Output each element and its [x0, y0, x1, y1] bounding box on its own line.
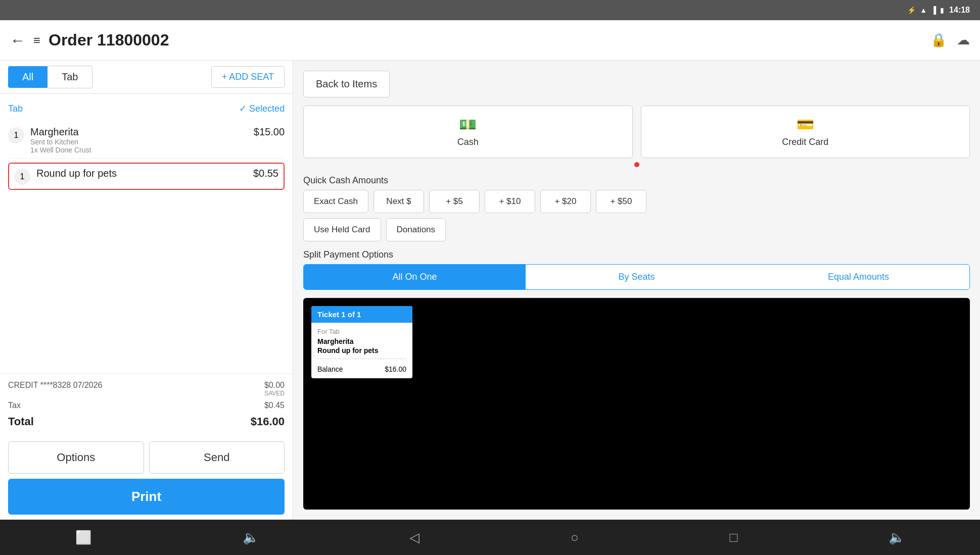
plus10-button[interactable]: + $10	[485, 190, 535, 213]
section-selected: ✓ Selected	[239, 103, 285, 114]
equal-amounts-tab[interactable]: Equal Amounts	[748, 265, 969, 289]
back-button[interactable]: ←	[10, 32, 25, 49]
item-price: $0.55	[253, 168, 278, 179]
donations-button[interactable]: Donations	[386, 218, 446, 241]
balance-label: Balance	[317, 365, 343, 373]
cloud-icon[interactable]: ☁	[957, 32, 970, 48]
quick-cash-row1: Exact Cash Next $ + $5 + $10 + $20 + $50	[303, 190, 970, 213]
print-button[interactable]: Print	[8, 479, 285, 515]
item-details: Margherita Sent to Kitchen 1x Well Done …	[30, 126, 254, 154]
top-bar-actions: 🔒 ☁	[930, 32, 970, 48]
credit-card-button[interactable]: 💳 Credit Card	[641, 106, 970, 158]
order-item[interactable]: 1 Margherita Sent to Kitchen 1x Well Don…	[8, 122, 285, 159]
quick-cash-title: Quick Cash Amounts	[303, 175, 970, 186]
item-sub2: 1x Well Done Crust	[30, 146, 254, 154]
right-panel: Back to Items 💵 Cash 💳 Credit Card Quick…	[293, 61, 980, 520]
use-held-card-button[interactable]: Use Held Card	[303, 218, 381, 241]
back-to-items-button[interactable]: Back to Items	[303, 71, 390, 97]
left-panel: All Tab + ADD SEAT Tab ✓ Selected 1 Marg…	[0, 61, 293, 520]
action-row: Options Send	[8, 441, 285, 474]
credit-card-icon: 💳	[797, 116, 814, 133]
cash-label: Cash	[457, 137, 479, 147]
ticket-balance-row: Balance $16.00	[317, 363, 406, 373]
top-bar: ← ≡ Order 11800002 🔒 ☁	[0, 20, 980, 61]
plus20-button[interactable]: + $20	[540, 190, 591, 213]
main-content: All Tab + ADD SEAT Tab ✓ Selected 1 Marg…	[0, 61, 980, 520]
cash-button[interactable]: 💵 Cash	[303, 106, 633, 158]
credit-label: CREDIT ****8328 07/2026	[8, 381, 103, 397]
total-label: Total	[8, 415, 34, 428]
ticket-for-label: For Tab	[317, 328, 406, 335]
indicator-dot	[634, 162, 639, 167]
tax-label: Tax	[8, 401, 21, 410]
add-seat-button[interactable]: + ADD SEAT	[211, 66, 285, 88]
tab-tab[interactable]: Tab	[48, 66, 92, 88]
ticket-header: Ticket 1 of 1	[311, 306, 412, 323]
home-nav-icon[interactable]: ○	[571, 530, 579, 545]
split-payment-tabs: All On One By Seats Equal Amounts	[303, 264, 970, 290]
credit-amount: $0.00	[264, 381, 285, 390]
section-label: Tab	[8, 104, 23, 114]
total-row: Total $16.00	[8, 412, 285, 431]
section-header: Tab ✓ Selected	[8, 99, 285, 118]
next-dollar-button[interactable]: Next $	[374, 190, 424, 213]
signal-icon: ▐	[931, 6, 936, 14]
balance-amount: $16.00	[385, 365, 406, 373]
ticket-divider	[317, 359, 406, 359]
payment-info: CREDIT ****8328 07/2026 $0.00 SAVED Tax …	[0, 373, 293, 436]
all-on-one-tab[interactable]: All On One	[304, 265, 526, 289]
status-bar: ⚡ ▲ ▐ ▮ 14:18	[0, 0, 980, 20]
ticket-item-1: Margherita	[317, 337, 406, 345]
volume-nav-icon[interactable]: 🔈	[243, 530, 259, 545]
item-name: Round up for pets	[36, 168, 253, 179]
by-seats-tab[interactable]: By Seats	[526, 265, 748, 289]
bottom-buttons: Options Send Print	[0, 436, 293, 520]
back-nav-icon[interactable]: ◁	[409, 530, 419, 545]
payment-methods-wrapper: 💵 Cash 💳 Credit Card	[303, 106, 970, 167]
credit-row: CREDIT ****8328 07/2026 $0.00 SAVED	[8, 379, 285, 399]
order-item-selected[interactable]: 1 Round up for pets $0.55	[8, 163, 285, 190]
bluetooth-icon: ⚡	[907, 6, 916, 14]
lock-icon[interactable]: 🔒	[930, 32, 947, 48]
recents-nav-icon[interactable]: □	[729, 530, 737, 545]
camera-nav-icon[interactable]: ⬜	[75, 530, 91, 545]
exact-cash-button[interactable]: Exact Cash	[303, 190, 368, 213]
status-time: 14:18	[949, 6, 970, 15]
tab-all[interactable]: All	[8, 66, 48, 88]
ticket-area: Ticket 1 of 1 For Tab Margherita Round u…	[303, 298, 970, 510]
battery-icon: ▮	[940, 6, 944, 14]
ticket-body: For Tab Margherita Round up for pets Bal…	[311, 323, 412, 378]
tax-amount: $0.45	[264, 401, 285, 410]
plus50-button[interactable]: + $50	[596, 190, 646, 213]
order-title: Order 11800002	[49, 31, 930, 49]
item-qty: 1	[8, 127, 24, 143]
split-payment-title: Split Payment Options	[303, 249, 970, 260]
item-qty: 1	[14, 169, 30, 185]
ticket-item-2: Round up for pets	[317, 346, 406, 355]
credit-card-label: Credit Card	[782, 137, 828, 147]
payment-methods: 💵 Cash 💳 Credit Card	[303, 106, 970, 158]
tax-row: Tax $0.45	[8, 399, 285, 412]
status-icons: ⚡ ▲ ▐ ▮	[907, 6, 944, 14]
total-amount: $16.00	[251, 415, 285, 428]
quick-cash-row2: Use Held Card Donations	[303, 218, 970, 241]
send-button[interactable]: Send	[149, 441, 285, 474]
volume2-nav-icon[interactable]: 🔈	[889, 530, 905, 545]
menu-button[interactable]: ≡	[33, 33, 40, 47]
item-name: Margherita	[30, 126, 254, 138]
quick-cash-section: Quick Cash Amounts Exact Cash Next $ + $…	[303, 175, 970, 241]
split-payment-section: Split Payment Options All On One By Seat…	[303, 249, 970, 290]
item-details: Round up for pets	[36, 168, 253, 179]
item-sub1: Sent to Kitchen	[30, 138, 254, 146]
tabs-row: All Tab + ADD SEAT	[0, 61, 293, 94]
options-button[interactable]: Options	[8, 441, 144, 474]
plus5-button[interactable]: + $5	[429, 190, 480, 213]
cash-icon: 💵	[459, 116, 477, 133]
wifi-icon: ▲	[920, 6, 927, 14]
bottom-nav: ⬜ 🔈 ◁ ○ □ 🔈	[0, 520, 980, 555]
ticket-card: Ticket 1 of 1 For Tab Margherita Round u…	[311, 306, 412, 378]
check-icon: ✓	[239, 104, 249, 114]
item-price: $15.00	[254, 126, 285, 138]
credit-saved: SAVED	[264, 390, 285, 397]
order-items: Tab ✓ Selected 1 Margherita Sent to Kitc…	[0, 94, 293, 373]
